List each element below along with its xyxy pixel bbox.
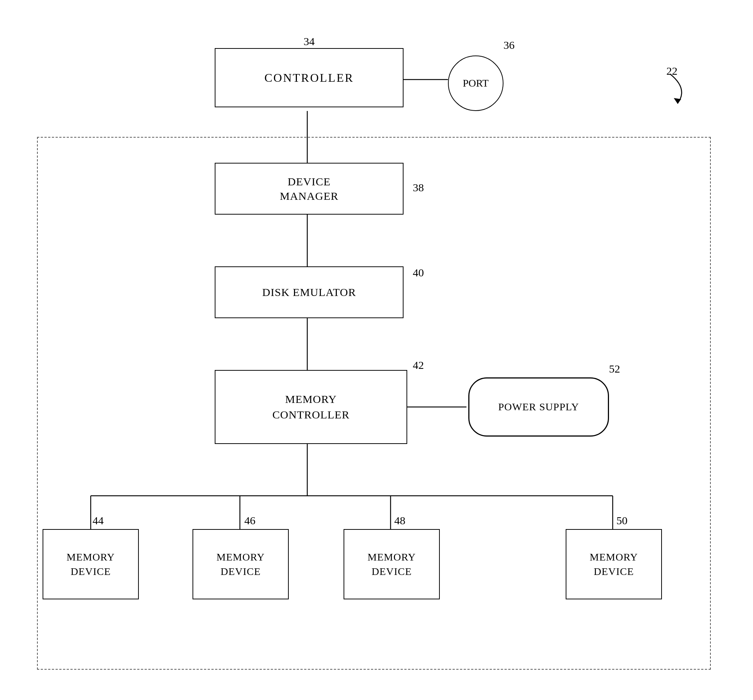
memory-device-3-box: MEMORY DEVICE — [344, 529, 440, 599]
disk-emulator-label: DISK EMULATOR — [262, 286, 356, 299]
controller-id-label: 34 — [303, 35, 315, 48]
memory-device-1-box: MEMORY DEVICE — [42, 529, 139, 599]
system-id-label: 22 — [666, 65, 678, 77]
memory-controller-label-line1: MEMORY — [272, 391, 350, 407]
memory-device-4-box: MEMORY DEVICE — [566, 529, 662, 599]
memory-device-2-id-label: 46 — [244, 514, 255, 527]
port-label: PORT — [463, 77, 489, 89]
disk-emulator-box: DISK EMULATOR — [215, 267, 403, 318]
memory-device-4-label-line2: DEVICE — [590, 564, 638, 578]
device-manager-label-line2: MANAGER — [280, 189, 339, 203]
port-id-label: 36 — [503, 39, 515, 51]
controller-box: CONTROLLER — [215, 48, 403, 107]
memory-device-1-label-line2: DEVICE — [67, 564, 115, 578]
device-manager-box: DEVICE MANAGER — [215, 163, 403, 215]
memory-device-1-label-line1: MEMORY — [67, 550, 115, 564]
memory-controller-id-label: 42 — [413, 359, 424, 371]
memory-device-2-label-line1: MEMORY — [217, 550, 265, 564]
memory-device-3-label-line1: MEMORY — [368, 550, 416, 564]
port-box: PORT — [448, 56, 503, 111]
power-supply-label: POWER SUPPLY — [498, 401, 579, 413]
memory-device-3-label-line2: DEVICE — [368, 564, 416, 578]
memory-device-2-box: MEMORY DEVICE — [192, 529, 289, 599]
device-manager-label-line1: DEVICE — [280, 174, 339, 189]
device-manager-id-label: 38 — [413, 181, 424, 194]
controller-label: CONTROLLER — [264, 71, 354, 85]
disk-emulator-id-label: 40 — [413, 267, 424, 279]
memory-device-2-label-line2: DEVICE — [217, 564, 265, 578]
memory-controller-box: MEMORY CONTROLLER — [215, 370, 407, 444]
memory-device-1-id-label: 44 — [92, 514, 104, 527]
memory-device-3-id-label: 48 — [394, 514, 405, 527]
memory-device-4-label-line1: MEMORY — [590, 550, 638, 564]
power-supply-box: POWER SUPPLY — [468, 377, 609, 437]
diagram-container: CONTROLLER 34 PORT 36 22 DEVICE MANAGER … — [0, 0, 753, 700]
memory-device-4-id-label: 50 — [616, 514, 628, 527]
memory-controller-label-line2: CONTROLLER — [272, 407, 350, 422]
power-supply-id-label: 52 — [609, 363, 620, 375]
